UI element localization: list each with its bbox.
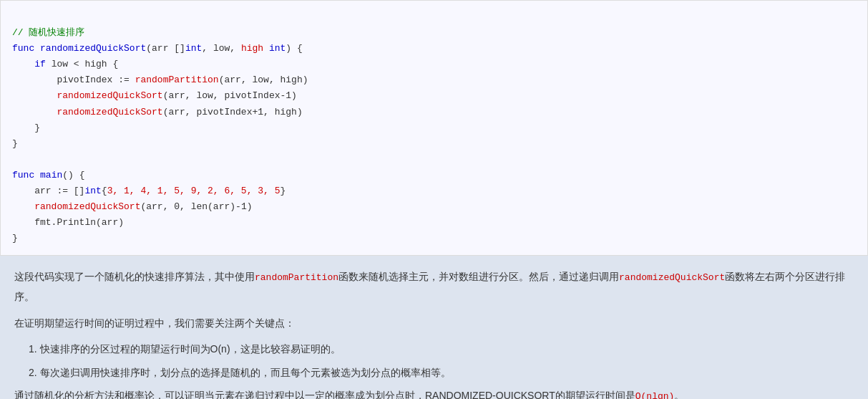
desc-para-1: 这段代码实现了一个随机化的快速排序算法，其中使用randomPartition函…	[14, 267, 854, 306]
desc-para2-text: 在证明期望运行时间的证明过程中，我们需要关注两个关键点：	[14, 317, 295, 329]
code-line-func: func randomizedQuickSort(arr []int, low,…	[12, 43, 303, 54]
desc-list-item-2: 2. 每次递归调用快速排序时，划分点的选择是随机的，而且每个元素被选为划分点的概…	[29, 363, 854, 383]
desc-para3-suffix: 。	[674, 390, 684, 399]
code-comment: // 随机快速排序	[12, 27, 84, 38]
desc-code1: randomPartition	[255, 272, 338, 283]
desc-para3-prefix: 通过随机化的分析方法和概率论，可以证明当元素在递归过程中以一定的概率成为划分点时…	[14, 390, 635, 399]
description-area: 这段代码实现了一个随机化的快速排序算法，其中使用randomPartition函…	[0, 256, 868, 399]
code-container: // 随机快速排序 func randomizedQuickSort(arr […	[0, 0, 868, 256]
desc-para-3: 通过随机化的分析方法和概率论，可以证明当元素在递归过程中以一定的概率成为划分点时…	[14, 386, 854, 399]
desc-para1-mid: 函数来随机选择主元，并对数组进行分区。然后，通过递归调用	[338, 271, 619, 282]
desc-para-2: 在证明期望运行时间的证明过程中，我们需要关注两个关键点：	[14, 314, 854, 333]
list-item-2-text: 2. 每次递归调用快速排序时，划分点的选择是随机的，而且每个元素被选为划分点的概…	[29, 367, 451, 378]
desc-list-item-1: 1. 快速排序的分区过程的期望运行时间为O(n)，这是比较容易证明的。	[29, 340, 854, 359]
desc-para1-prefix: 这段代码实现了一个随机化的快速排序算法，其中使用	[14, 271, 255, 282]
code-block: // 随机快速排序 func randomizedQuickSort(arr […	[0, 0, 868, 256]
list-item-1-text: 1. 快速排序的分区过程的期望运行时间为O(n)，这是比较容易证明的。	[29, 343, 341, 355]
desc-code2: randomizedQuickSort	[619, 272, 725, 283]
desc-para3-code: O(nlgn)	[635, 391, 675, 399]
